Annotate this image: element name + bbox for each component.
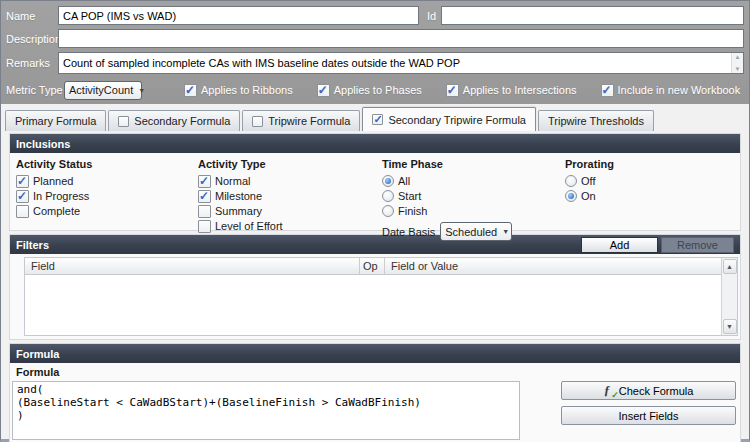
remarks-input[interactable] [58, 52, 744, 74]
status-in-progress: ✓ In Progress [16, 189, 92, 203]
tab-secondary-tripwire-formula[interactable]: ✓ Secondary Tripwire Formula [362, 107, 536, 131]
tab-tripwire-thresholds[interactable]: Tripwire Thresholds [538, 110, 654, 131]
add-filter-button[interactable]: Add [581, 237, 658, 253]
remarks-scrollbar[interactable]: ▲ ▼ [731, 53, 743, 73]
normal-checkbox[interactable]: ✓ [198, 175, 211, 188]
scroll-down-icon[interactable]: ▼ [723, 319, 737, 334]
description-label: Description [6, 33, 58, 45]
check-formula-button[interactable]: ƒ ✓ Check Formula [561, 381, 736, 400]
item-label: Complete [33, 205, 80, 217]
description-input[interactable] [58, 29, 744, 48]
metric-type-row: Metric Type ActivityCount ▼ ✓ Applies to… [6, 80, 744, 100]
secondary-formula-checkbox[interactable]: ✓ [118, 116, 129, 127]
start-radio[interactable] [382, 190, 394, 202]
tab-label: Primary Formula [15, 115, 96, 127]
name-row: Name Id [6, 6, 744, 25]
filters-header: Filters Add Remove [10, 235, 740, 254]
formula-flex-row: and( (BaselineStart < CaWadBStart)+(Base… [12, 381, 736, 440]
item-label: Level of Effort [215, 220, 283, 232]
item-label: Summary [215, 205, 262, 217]
filters-grid-inner: Field Op Field or Value ▲ ▼ [25, 258, 737, 335]
planned-checkbox[interactable]: ✓ [16, 175, 29, 188]
type-normal: ✓ Normal [198, 174, 283, 188]
scroll-up-icon[interactable]: ▲ [723, 259, 737, 274]
activity-status-group: Activity Status ✓ Planned ✓ In Progress … [16, 158, 92, 219]
formula-textarea[interactable]: and( (BaselineStart < CaWadBStart)+(Base… [12, 381, 520, 440]
metric-type-select[interactable]: ActivityCount ▼ [64, 81, 142, 100]
formula-header: Formula [10, 344, 740, 363]
in-progress-checkbox[interactable]: ✓ [16, 190, 29, 203]
tab-content: Inclusions Activity Status ✓ Planned ✓ I… [1, 131, 749, 442]
filters-section: Filters Add Remove Field Op Field or Val… [9, 234, 741, 340]
description-row: Description [6, 29, 744, 48]
button-label: Check Formula [619, 385, 694, 397]
metric-type-label: Metric Type [6, 84, 64, 96]
name-input[interactable] [58, 6, 419, 25]
filters-body: Field Op Field or Value ▲ ▼ [10, 254, 740, 339]
time-phase-all: All [382, 174, 512, 188]
group-title: Time Phase [382, 158, 512, 170]
milestone-checkbox[interactable]: ✓ [198, 190, 211, 203]
applies-to-ribbons-checkbox[interactable]: ✓ [184, 84, 197, 97]
chevron-down-icon: ▼ [502, 228, 509, 235]
option-label: Include in new Workbook [618, 84, 741, 96]
column-header-op[interactable]: Op [359, 258, 384, 274]
item-label: All [398, 175, 410, 187]
filters-grid-scrollbar[interactable]: ▲ ▼ [721, 258, 737, 335]
date-basis-select[interactable]: Scheduled ▼ [440, 222, 512, 241]
time-phase-start: Start [382, 189, 512, 203]
date-basis-row: Date Basis Scheduled ▼ [382, 222, 512, 241]
id-input[interactable] [441, 6, 744, 25]
option-label: Applies to Phases [334, 84, 422, 96]
tab-label: Tripwire Formula [268, 115, 350, 127]
check-icon: ✓ [17, 189, 27, 203]
column-header-field-or-value[interactable]: Field or Value [384, 258, 721, 274]
formula-title: Formula [16, 348, 59, 360]
tab-label: Secondary Formula [134, 115, 230, 127]
option-label: Applies to Ribbons [201, 84, 293, 96]
group-title: Activity Type [198, 158, 283, 170]
level-of-effort-checkbox[interactable]: ✓ [198, 220, 211, 233]
check-icon: ✓ [447, 83, 457, 97]
all-radio[interactable] [382, 175, 394, 187]
tab-label: Secondary Tripwire Formula [388, 114, 526, 126]
item-label: On [581, 190, 596, 202]
formula-body: Formula and( (BaselineStart < CaWadBStar… [10, 363, 740, 442]
check-icon: ✓ [199, 174, 209, 188]
check-icon: ✓ [318, 83, 328, 97]
secondary-tripwire-formula-checkbox[interactable]: ✓ [372, 114, 383, 125]
tab-secondary-formula[interactable]: ✓ Secondary Formula [108, 110, 240, 131]
group-title: Activity Status [16, 158, 92, 170]
chevron-down-icon: ▼ [138, 87, 145, 94]
check-icon: ✓ [373, 113, 382, 126]
item-label: Normal [215, 175, 250, 187]
complete-checkbox[interactable]: ✓ [16, 205, 29, 218]
insert-fields-button[interactable]: Insert Fields [561, 406, 736, 425]
tab-label: Tripwire Thresholds [548, 115, 644, 127]
status-complete: ✓ Complete [16, 204, 92, 218]
off-radio[interactable] [565, 175, 577, 187]
filters-grid: Field Op Field or Value ▲ ▼ [24, 257, 738, 336]
date-basis-label: Date Basis [382, 226, 435, 238]
tripwire-formula-checkbox[interactable]: ✓ [252, 116, 263, 127]
check-icon: ✓ [185, 83, 195, 97]
filters-grid-main: Field Op Field or Value [25, 258, 721, 335]
tab-primary-formula[interactable]: Primary Formula [5, 110, 106, 131]
id-label: Id [427, 10, 436, 22]
finish-radio[interactable] [382, 205, 394, 217]
applies-to-phases-checkbox[interactable]: ✓ [317, 84, 330, 97]
applies-to-intersections-checkbox[interactable]: ✓ [446, 84, 459, 97]
button-label: Insert Fields [619, 410, 679, 422]
tab-tripwire-formula[interactable]: ✓ Tripwire Formula [242, 110, 360, 131]
column-header-field[interactable]: Field [25, 258, 359, 274]
summary-checkbox[interactable]: ✓ [198, 205, 211, 218]
on-radio[interactable] [565, 190, 577, 202]
include-in-new-workbook-checkbox[interactable]: ✓ [601, 84, 614, 97]
remove-filter-button[interactable]: Remove [661, 237, 734, 253]
prorating-off: Off [565, 174, 614, 188]
scroll-down-icon[interactable]: ▼ [735, 65, 741, 73]
group-title: Prorating [565, 158, 614, 170]
scroll-up-icon[interactable]: ▲ [735, 53, 741, 61]
item-label: Finish [398, 205, 427, 217]
check-icon: ✓ [199, 189, 209, 203]
